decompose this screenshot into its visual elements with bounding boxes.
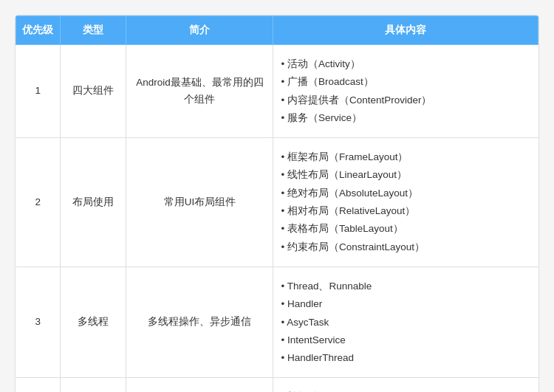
list-item: 线性布局（LinearLayout） bbox=[281, 166, 530, 184]
list-item: 内容提供者（ContentProvider） bbox=[281, 92, 530, 109]
cell-content: 框架布局（FrameLayout）线性布局（LinearLayout）绝对布局（… bbox=[273, 138, 538, 267]
header-priority: 优先级 bbox=[16, 16, 61, 45]
cell-type: 动画 bbox=[60, 378, 126, 392]
list-item: AsycTask bbox=[281, 314, 530, 331]
list-item: IntentService bbox=[281, 331, 530, 349]
cell-desc: Android最基础、最常用的四个组件 bbox=[126, 45, 273, 138]
cell-content: 补间动画属性动画帧动画插值器 & 估值器 bbox=[273, 378, 538, 392]
list-item: 活动（Activity） bbox=[281, 55, 530, 73]
table-row: 4动画实现UI中的动画效果补间动画属性动画帧动画插值器 & 估值器 bbox=[16, 378, 538, 392]
cell-type: 布局使用 bbox=[60, 138, 126, 267]
list-item: Handler bbox=[281, 295, 530, 313]
header-desc: 简介 bbox=[126, 16, 273, 45]
table-row: 3多线程多线程操作、异步通信Thread、RunnableHandlerAsyc… bbox=[16, 267, 538, 377]
content-table: 优先级 类型 简介 具体内容 1四大组件Android最基础、最常用的四个组件活… bbox=[16, 16, 538, 392]
list-item: 绝对布局（AbsoluteLayout） bbox=[281, 185, 530, 202]
cell-priority: 1 bbox=[16, 45, 61, 138]
cell-desc: 多线程操作、异步通信 bbox=[126, 267, 273, 377]
cell-type: 多线程 bbox=[60, 267, 126, 377]
list-item: 广播（Broadcast） bbox=[281, 73, 530, 91]
cell-type: 四大组件 bbox=[60, 45, 126, 138]
list-item: 表格布局（TableLayout） bbox=[281, 220, 530, 238]
main-table-wrapper: 优先级 类型 简介 具体内容 1四大组件Android最基础、最常用的四个组件活… bbox=[15, 15, 539, 392]
cell-content: Thread、RunnableHandlerAsycTaskIntentServ… bbox=[273, 267, 538, 377]
list-item: 框架布局（FrameLayout） bbox=[281, 148, 530, 166]
header-content: 具体内容 bbox=[273, 16, 538, 45]
cell-priority: 2 bbox=[16, 138, 61, 267]
list-item: Thread、Runnable bbox=[281, 278, 530, 295]
cell-desc: 实现UI中的动画效果 bbox=[126, 378, 273, 392]
cell-priority: 4 bbox=[16, 378, 61, 392]
header-type: 类型 bbox=[60, 16, 126, 45]
table-row: 2布局使用常用UI布局组件框架布局（FrameLayout）线性布局（Linea… bbox=[16, 138, 538, 267]
table-body: 1四大组件Android最基础、最常用的四个组件活动（Activity）广播（B… bbox=[16, 45, 538, 393]
cell-content: 活动（Activity）广播（Broadcast）内容提供者（ContentPr… bbox=[273, 45, 538, 138]
cell-priority: 3 bbox=[16, 267, 61, 377]
list-item: 服务（Service） bbox=[281, 109, 530, 127]
list-item: 约束布局（ConstraintLayout） bbox=[281, 238, 530, 256]
list-item: HandlerThread bbox=[281, 349, 530, 367]
list-item: 补间动画 bbox=[281, 388, 530, 392]
cell-desc: 常用UI布局组件 bbox=[126, 138, 273, 267]
list-item: 相对布局（RelativeLayout） bbox=[281, 202, 530, 220]
table-header-row: 优先级 类型 简介 具体内容 bbox=[16, 16, 538, 45]
table-row: 1四大组件Android最基础、最常用的四个组件活动（Activity）广播（B… bbox=[16, 45, 538, 138]
